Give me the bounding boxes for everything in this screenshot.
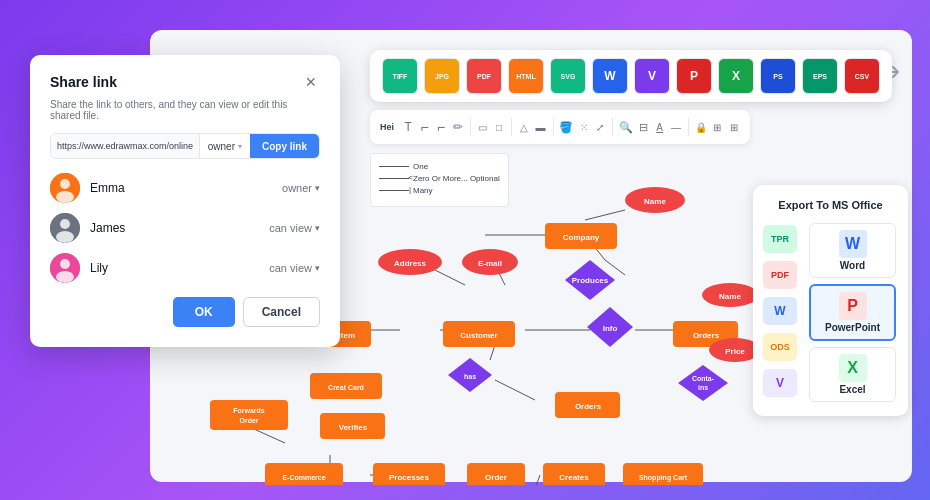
legend-line-optional: < [379,178,409,179]
user-row-emma: Emma owner ▾ [50,173,320,203]
cancel-button[interactable]: Cancel [243,297,320,327]
rect2-tool[interactable]: ▬ [534,116,546,138]
user-name-james: James [90,221,269,235]
word-icon: W [839,230,867,258]
user-perm-james[interactable]: can view ▾ [269,222,320,234]
export-csv-btn[interactable]: CSV [844,58,880,94]
svg-text:Order: Order [485,473,507,482]
shape-tool[interactable]: ▭ [476,116,488,138]
small-visio-btn[interactable]: V [763,369,797,397]
user-perm-label-james: can view [269,222,312,234]
divider1 [470,118,471,136]
export-eps-btn[interactable]: EPS [802,58,838,94]
export-visio-btn[interactable]: V [634,58,670,94]
svg-text:Info: Info [603,324,618,333]
avatar-emma [50,173,80,203]
export-word-btn[interactable]: W [592,58,628,94]
zoom-in[interactable]: 🔍 [619,116,633,138]
export-excel-item[interactable]: X Excel [809,347,896,402]
copy-link-button[interactable]: Copy link [250,134,319,158]
small-pdf-btn[interactable]: PDF [763,261,797,289]
svg-point-75 [60,179,70,189]
user-row-lily: Lily can view ▾ [50,253,320,283]
export-jpg-btn[interactable]: JPG [424,58,460,94]
svg-text:Price: Price [725,347,745,356]
line-tool[interactable]: ⌐ [418,116,430,138]
export-ms-office-panel: Export To MS Office TPR PDF W ODS V W Wo… [753,185,908,416]
export-panel-title: Export To MS Office [765,199,896,211]
export-excel-btn[interactable]: X [718,58,754,94]
user-perm-lily[interactable]: can view ▾ [269,262,320,274]
export-pdf-btn[interactable]: PDF [466,58,502,94]
grid-tool[interactable]: ⊞ [711,116,723,138]
hei-label: Hei [380,122,394,132]
avatar-james [50,213,80,243]
lock-tool[interactable]: 🔒 [695,116,707,138]
export-ps-btn[interactable]: PS [760,58,796,94]
svg-text:Conta-: Conta- [692,375,715,382]
line2-tool[interactable]: — [670,116,682,138]
triangle-tool[interactable]: △ [518,116,530,138]
small-tpr-btn[interactable]: TPR [763,225,797,253]
svg-text:Creates: Creates [559,473,589,482]
word-label: Word [840,260,865,271]
svg-text:Address: Address [394,259,427,268]
svg-text:Processes: Processes [389,473,430,482]
legend-line-many: | [379,190,409,191]
svg-line-12 [490,345,495,360]
small-ods-btn[interactable]: ODS [763,333,797,361]
export-html-btn[interactable]: HTML [508,58,544,94]
legend-label-one: One [413,162,428,171]
svg-line-4 [605,260,625,275]
link-permission-dropdown[interactable]: owner ▾ [199,134,250,158]
svg-text:has: has [464,373,476,380]
pen-tool[interactable]: ✏ [451,116,463,138]
svg-point-82 [56,271,74,283]
underline-tool[interactable]: A [653,116,665,138]
zoom-out[interactable]: ⊟ [637,116,649,138]
export-svg-btn[interactable]: SVG [550,58,586,94]
dialog-title: Share link [50,74,117,90]
svg-point-78 [60,219,70,229]
export-tiff-btn[interactable]: TIFF [382,58,418,94]
svg-text:Company: Company [563,233,600,242]
user-name-lily: Lily [90,261,269,275]
svg-marker-55 [678,365,728,401]
svg-line-20 [530,475,540,485]
svg-text:Name: Name [719,292,741,301]
link-input[interactable] [51,134,199,158]
legend-label-many: Many [413,186,433,195]
divider3 [553,118,554,136]
tool-bar: Hei T ⌐ ⌐ ✏ ▭ □ △ ▬ 🪣 ⁙ ⤢ 🔍 ⊟ A — 🔒 ⊞ ⊞ [370,110,750,144]
svg-text:E-Commerce: E-Commerce [282,474,325,481]
export-toolbar: TIFF JPG PDF HTML SVG W V P X PS EPS CSV [370,50,892,102]
link-row: owner ▾ Copy link [50,133,320,159]
more-tool[interactable]: ⊞ [728,116,740,138]
close-button[interactable]: ✕ [302,73,320,91]
elbow-tool[interactable]: ⌐ [435,116,447,138]
export-ppt-btn[interactable]: P [676,58,712,94]
ok-button[interactable]: OK [173,297,235,327]
share-dialog: Share link ✕ Share the link to others, a… [30,55,340,347]
format-tool[interactable]: ⁙ [577,116,589,138]
rect-tool[interactable]: □ [493,116,505,138]
svg-point-79 [56,231,74,243]
excel-label: Excel [839,384,865,395]
chevron-down-icon-james: ▾ [315,223,320,233]
user-perm-label-emma: owner [282,182,312,194]
export-word-item[interactable]: W Word [809,223,896,278]
svg-text:Name: Name [644,197,666,206]
chevron-down-icon: ▾ [238,142,242,151]
user-perm-emma[interactable]: owner ▾ [282,182,320,194]
small-word-btn[interactable]: W [763,297,797,325]
text-tool[interactable]: T [402,116,414,138]
powerpoint-label: PowerPoint [825,322,880,333]
connector-tool[interactable]: ⤢ [594,116,606,138]
divider5 [688,118,689,136]
dialog-subtitle: Share the link to others, and they can v… [50,99,320,121]
svg-text:Orders: Orders [693,331,720,340]
fill-tool[interactable]: 🪣 [559,116,573,138]
chevron-down-icon-lily: ▾ [315,263,320,273]
export-powerpoint-item[interactable]: P PowerPoint [809,284,896,341]
dialog-header: Share link ✕ [50,73,320,91]
